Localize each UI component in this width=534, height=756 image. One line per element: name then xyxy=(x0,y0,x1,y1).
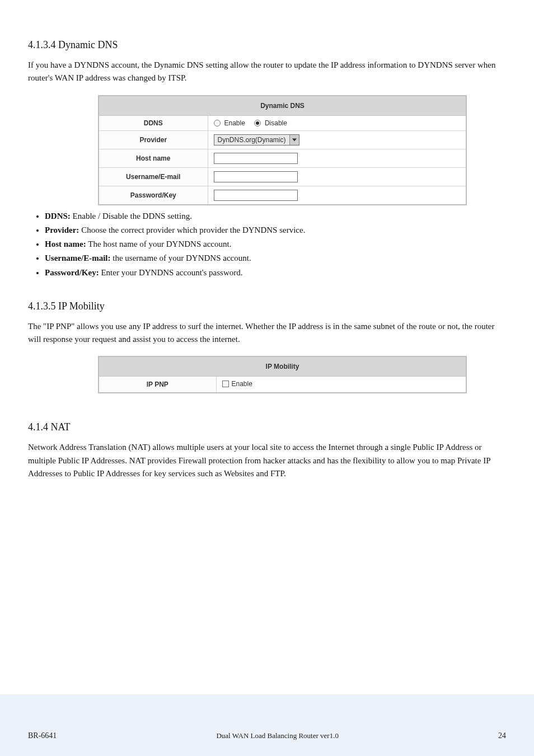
ddns-intro: If you have a DYNDNS account, the Dynami… xyxy=(28,59,506,85)
ddns-bullet-list: DDNS: Enable / Disable the DDNS setting.… xyxy=(45,210,506,279)
ipmobility-table: IP Mobility IP PNP Enable xyxy=(98,356,467,393)
list-item: Provider: Choose the correct provider wh… xyxy=(45,224,506,237)
ddns-table-header: Dynamic DNS xyxy=(99,96,466,116)
table-row: IP PNP Enable xyxy=(99,377,466,393)
list-item: Username/E-mail: the username of your DY… xyxy=(45,252,506,265)
ddns-enable-radio[interactable] xyxy=(214,120,221,126)
provider-select-value: DynDNS.org(Dynamic) xyxy=(214,135,289,145)
provider-row-label: Provider xyxy=(99,130,208,149)
ipmobility-intro: The "IP PNP" allows you use any IP addre… xyxy=(28,320,506,346)
section-heading-ddns: 4.1.3.4 Dynamic DNS xyxy=(28,39,506,51)
ddns-enable-label: Enable xyxy=(224,119,245,127)
section-heading-ipmobility: 4.1.3.5 IP Mobility xyxy=(28,300,506,312)
ddns-disable-label: Disable xyxy=(265,119,287,127)
ddns-disable-radio[interactable] xyxy=(254,120,261,126)
provider-select[interactable]: DynDNS.org(Dynamic) xyxy=(214,134,299,145)
table-row: Provider DynDNS.org(Dynamic) xyxy=(99,130,466,149)
ddns-table: Dynamic DNS DDNS Enable Disable xyxy=(98,95,467,205)
list-item: Password/Key: Enter your DYNDNS account'… xyxy=(45,266,506,279)
ippnp-enable-label: Enable xyxy=(232,380,252,388)
ddns-row-label: DDNS xyxy=(99,115,208,130)
password-row-label: Password/Key xyxy=(99,186,208,205)
ippnp-row-label: IP PNP xyxy=(99,377,216,393)
table-row: Host name xyxy=(99,149,466,167)
chevron-down-icon xyxy=(289,135,299,145)
table-row: Password/Key xyxy=(99,186,466,205)
footer-center: Dual WAN Load Balancing Router ver1.0 xyxy=(57,731,498,740)
username-row-label: Username/E-mail xyxy=(99,167,208,186)
table-row: DDNS Enable Disable xyxy=(99,115,466,130)
hostname-row-label: Host name xyxy=(99,149,208,167)
ippnp-enable-checkbox[interactable] xyxy=(222,381,229,387)
nat-intro: Network Address Translation (NAT) allows… xyxy=(28,441,506,480)
password-input[interactable] xyxy=(214,190,298,201)
hostname-input[interactable] xyxy=(214,153,298,164)
svg-marker-0 xyxy=(292,138,297,141)
footer-left: BR-6641 xyxy=(28,731,57,740)
table-row: Username/E-mail xyxy=(99,167,466,186)
username-input[interactable] xyxy=(214,171,298,182)
page-footer: BR-6641 Dual WAN Load Balancing Router v… xyxy=(0,694,534,756)
list-item: DDNS: Enable / Disable the DDNS setting. xyxy=(45,210,506,223)
ipmobility-table-header: IP Mobility xyxy=(99,356,466,377)
list-item: Host name: The host name of your DYNDNS … xyxy=(45,238,506,251)
footer-right: 24 xyxy=(498,731,506,740)
section-heading-nat: 4.1.4 NAT xyxy=(28,421,506,433)
